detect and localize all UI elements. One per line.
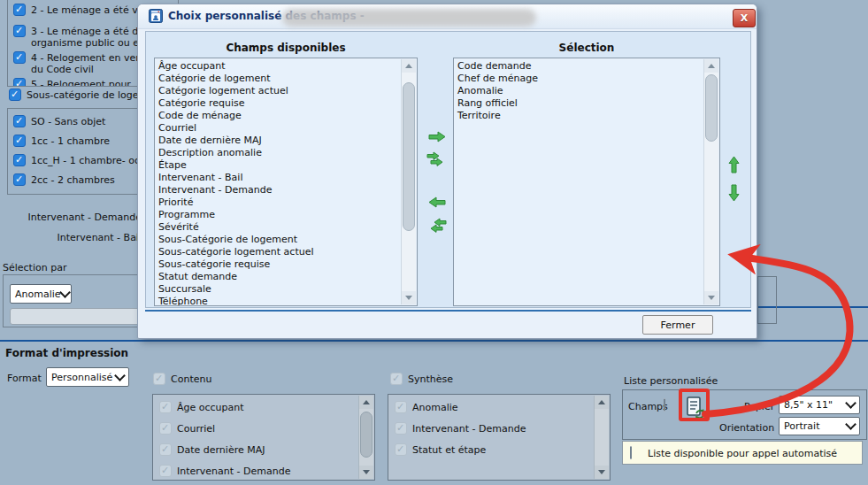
dialog-titlebar[interactable]: Choix personnalisé des champs - X [138, 4, 757, 29]
checked-checkbox-icon[interactable] [9, 89, 21, 101]
selection-header: Sélection [453, 42, 720, 54]
format-select[interactable]: Personnalisé [46, 367, 129, 387]
scroll-down-icon[interactable] [595, 466, 609, 479]
listbox-item[interactable]: Territoire [457, 110, 702, 122]
sous-categorie-checkbox-row[interactable]: Sous-catégorie de loge [9, 89, 139, 101]
listbox-item[interactable]: Intervenant - Bail [158, 172, 399, 184]
liste-personnalisee-title: Liste personnalisée [624, 375, 718, 387]
listbox-item[interactable]: Code de ménage [158, 110, 399, 122]
listbox-item[interactable]: Succursale [158, 283, 399, 296]
checked-checkbox-icon[interactable] [13, 4, 26, 16]
listbox-item[interactable]: Sous-Catégorie de logement [158, 234, 399, 246]
synthese-checkbox-row: Synthèse [390, 373, 453, 385]
checked-checkbox-icon[interactable] [13, 115, 26, 127]
arrow-right-icon [428, 131, 446, 142]
selection-listbox[interactable]: Code demande Chef de ménage Anomalie Ran… [453, 58, 720, 306]
checkbox-row[interactable]: 1cc - 1 chambre [13, 135, 110, 147]
scroll-up-icon[interactable] [704, 59, 718, 73]
listbox-item[interactable]: Courriel [158, 122, 399, 135]
scroll-up-icon[interactable] [595, 396, 609, 409]
papier-select-value: 8,5" x 11" [784, 399, 833, 411]
scrollbar[interactable] [703, 59, 718, 304]
available-fields-listbox[interactable]: Âge occupant Catégorie de logement Catég… [154, 58, 418, 306]
checkbox-row[interactable]: 2cc - 2 chambres [13, 173, 115, 186]
listbox-item[interactable]: Sous-catégorie requise [158, 258, 399, 271]
move-all-left-button[interactable] [426, 218, 447, 237]
checked-checkbox-icon[interactable] [13, 173, 26, 186]
checked-checkbox-icon[interactable] [13, 78, 26, 87]
listbox-item[interactable]: Description anomalie [158, 147, 399, 159]
list-item: Intervenant - Demande [159, 465, 357, 477]
listbox-item[interactable]: Catégorie logement actuel [158, 85, 399, 97]
scrollbar-thumb[interactable] [360, 412, 373, 458]
checkbox-row[interactable]: 1cc_H - 1 chambre- oc [13, 154, 140, 166]
listbox-item[interactable]: Chef de ménage [457, 73, 702, 85]
checkbox-row[interactable]: 2 - Le ménage a été vi [13, 4, 141, 16]
close-button[interactable]: X [733, 9, 756, 27]
listbox-item[interactable]: Catégorie requise [158, 97, 399, 110]
list-item-label: Âge occupant [177, 402, 244, 413]
scroll-up-icon[interactable] [359, 396, 373, 409]
listbox-item[interactable]: Sévérité [158, 221, 399, 234]
move-left-button[interactable] [428, 196, 446, 211]
scrollbar-thumb[interactable] [705, 74, 718, 142]
scroll-down-icon[interactable] [359, 466, 373, 479]
fermer-button[interactable]: Fermer [642, 315, 713, 335]
dialog-content-panel: Champs disponibles Sélection Âge occupan… [145, 31, 751, 308]
arrow-down-icon [728, 184, 740, 202]
scrollbar[interactable] [358, 396, 373, 479]
listbox-item[interactable]: Intervenant - Demande [158, 184, 399, 196]
checkbox-row[interactable]: 5 - Relogement pour [13, 78, 131, 87]
listbox-item[interactable]: Rang officiel [457, 97, 702, 110]
listbox-item[interactable]: Date de dernière MAJ [158, 135, 399, 147]
list-item-label: Intervenant - Demande [177, 466, 290, 477]
scrollbar-thumb[interactable] [403, 82, 415, 231]
checkbox-label: 2 - Le ménage a été vi [31, 4, 141, 16]
champs-label: Champs [628, 401, 668, 412]
listbox-item[interactable]: Priorité [158, 196, 399, 209]
orientation-select[interactable]: Portrait [779, 417, 860, 435]
list-item: Âge occupant [159, 401, 357, 413]
listbox-item[interactable]: Statut demande [158, 271, 399, 283]
listbox-item[interactable]: Code demande [457, 60, 702, 73]
print-section-title: Format d'impression [5, 347, 128, 359]
arrow-right-double-icon [426, 151, 447, 168]
move-up-button[interactable] [728, 156, 740, 176]
scroll-down-icon[interactable] [402, 291, 416, 304]
chevron-down-icon [845, 397, 856, 409]
checkbox-row[interactable]: 3 - Le ménage a été d organisme public o… [13, 25, 143, 49]
anomalie-select-value: Anomalie [15, 289, 61, 300]
scrollbar[interactable] [401, 59, 416, 304]
move-all-right-button[interactable] [426, 151, 447, 171]
format-label: Format [7, 373, 42, 384]
checked-checkbox-icon[interactable] [13, 25, 26, 37]
listbox-item[interactable]: Anomalie [457, 85, 702, 97]
list-item-label: Date dernière MAJ [177, 444, 265, 456]
move-right-button[interactable] [428, 131, 446, 145]
checkbox-row[interactable]: SO - Sans objet [13, 115, 105, 127]
move-down-button[interactable] [728, 184, 740, 204]
listbox-item[interactable]: Catégorie de logement [158, 73, 399, 85]
champs-checkbox[interactable] [664, 398, 665, 412]
list-item: Date dernière MAJ [159, 443, 357, 456]
anomalie-select[interactable]: Anomalie [10, 284, 72, 304]
checked-checkbox-icon[interactable] [13, 154, 26, 166]
scrollbar[interactable] [594, 396, 609, 479]
scroll-down-icon[interactable] [704, 291, 718, 304]
checked-checkbox-icon[interactable] [13, 51, 26, 64]
papier-label: Papier [744, 401, 774, 412]
listbox-item[interactable]: Étape [158, 159, 399, 172]
checked-checkbox-icon[interactable] [13, 135, 26, 147]
papier-select[interactable]: 8,5" x 11" [779, 396, 860, 414]
checkbox-label: 1cc - 1 chambre [31, 135, 110, 147]
disabled-checked-checkbox-icon [159, 443, 172, 456]
listbox-item[interactable]: Téléphone [158, 296, 399, 306]
checkbox-label: 1cc_H - 1 chambre- oc [31, 154, 140, 166]
checkbox-row[interactable]: 4 - Relogement en ver du Code civil [13, 51, 140, 75]
close-icon: X [741, 12, 748, 24]
listbox-item[interactable]: Âge occupant [158, 60, 399, 73]
auto-call-checkbox[interactable] [630, 446, 632, 459]
scroll-up-icon[interactable] [402, 59, 416, 73]
listbox-item[interactable]: Programme [158, 209, 399, 221]
listbox-item[interactable]: Sous-catégorie logement actuel [158, 246, 399, 258]
